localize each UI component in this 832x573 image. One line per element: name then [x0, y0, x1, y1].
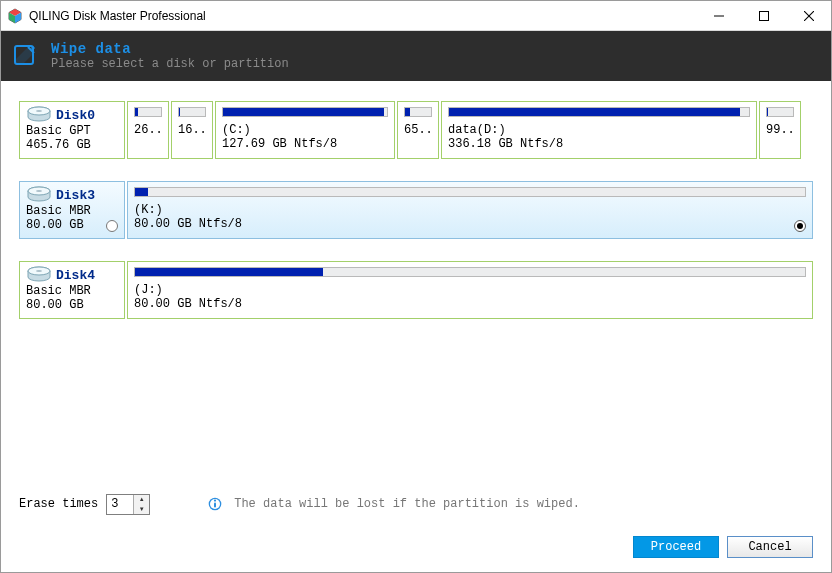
- disk-type: Basic MBR: [26, 284, 118, 298]
- disk-name: Disk0: [56, 108, 95, 123]
- partition-label: (C:): [222, 123, 388, 137]
- disk-block[interactable]: Disk4 Basic MBR 80.00 GB: [19, 261, 125, 319]
- partition-label: (J:): [134, 283, 806, 297]
- maximize-button[interactable]: [741, 1, 786, 31]
- partition-detail: 127.69 GB Ntfs/8: [222, 137, 388, 151]
- disk-row: Disk3 Basic MBR 80.00 GB (K:) 80.00 GB N…: [19, 181, 813, 239]
- svg-point-7: [36, 110, 42, 112]
- disk-block[interactable]: Disk0 Basic GPT 465.76 GB: [19, 101, 125, 159]
- disk-block[interactable]: Disk3 Basic MBR 80.00 GB: [19, 181, 125, 239]
- disk-size: 80.00 GB: [26, 298, 118, 312]
- erase-times-label: Erase times: [19, 497, 98, 511]
- app-window: QILING Disk Master Professional Wipe dat…: [0, 0, 832, 573]
- disk-type: Basic MBR: [26, 204, 118, 218]
- svg-rect-17: [214, 503, 216, 508]
- partition-block[interactable]: 99...: [759, 101, 801, 159]
- window-controls: [696, 1, 831, 31]
- partition-detail: 26...: [134, 123, 162, 137]
- partition-detail: 65...: [404, 123, 432, 137]
- partition-block[interactable]: (C:) 127.69 GB Ntfs/8: [215, 101, 395, 159]
- svg-point-10: [36, 190, 42, 192]
- cancel-button[interactable]: Cancel: [727, 536, 813, 558]
- erase-times-input[interactable]: [107, 495, 133, 514]
- disk-radio[interactable]: [106, 220, 118, 232]
- partition-detail: 336.18 GB Ntfs/8: [448, 137, 750, 151]
- usage-bar: [134, 267, 806, 277]
- partition-block[interactable]: data(D:) 336.18 GB Ntfs/8: [441, 101, 757, 159]
- page-title: Wipe data: [51, 41, 289, 57]
- erase-times-stepper[interactable]: ▲ ▼: [106, 494, 150, 515]
- page-header: Wipe data Please select a disk or partit…: [1, 31, 831, 81]
- usage-bar: [134, 187, 806, 197]
- svg-point-16: [214, 500, 216, 502]
- window-title: QILING Disk Master Professional: [29, 9, 206, 23]
- usage-bar: [178, 107, 206, 117]
- partition-detail: 99...: [766, 123, 794, 137]
- wipe-icon: [13, 44, 37, 68]
- disk-name: Disk4: [56, 268, 95, 283]
- partition-block[interactable]: (K:) 80.00 GB Ntfs/8: [127, 181, 813, 239]
- usage-bar: [448, 107, 750, 117]
- info-icon: [208, 497, 222, 511]
- proceed-button[interactable]: Proceed: [633, 536, 719, 558]
- partition-block[interactable]: (J:) 80.00 GB Ntfs/8: [127, 261, 813, 319]
- usage-bar: [404, 107, 432, 117]
- disk-row: Disk4 Basic MBR 80.00 GB (J:) 80.00 GB N…: [19, 261, 813, 319]
- partition-radio[interactable]: [794, 220, 806, 232]
- partition-detail: 80.00 GB Ntfs/8: [134, 297, 806, 311]
- partition-block[interactable]: 16...: [171, 101, 213, 159]
- usage-bar: [134, 107, 162, 117]
- partition-block[interactable]: 65...: [397, 101, 439, 159]
- usage-bar: [766, 107, 794, 117]
- footer: Erase times ▲ ▼ The data will be lost if…: [1, 488, 831, 572]
- svg-rect-1: [759, 11, 768, 20]
- partition-block[interactable]: 26...: [127, 101, 169, 159]
- app-logo-icon: [7, 8, 23, 24]
- disk-list: Disk0 Basic GPT 465.76 GB 26... 16... (C…: [1, 81, 831, 488]
- partition-label: data(D:): [448, 123, 750, 137]
- erase-times-down[interactable]: ▼: [134, 504, 149, 514]
- page-subtitle: Please select a disk or partition: [51, 57, 289, 71]
- erase-times-up[interactable]: ▲: [134, 495, 149, 505]
- disk-row: Disk0 Basic GPT 465.76 GB 26... 16... (C…: [19, 101, 813, 159]
- disk-size: 465.76 GB: [26, 138, 118, 152]
- title-bar: QILING Disk Master Professional: [1, 1, 831, 31]
- disk-type: Basic GPT: [26, 124, 118, 138]
- partition-detail: 80.00 GB Ntfs/8: [134, 217, 806, 231]
- disk-name: Disk3: [56, 188, 95, 203]
- close-button[interactable]: [786, 1, 831, 31]
- partition-detail: 16...: [178, 123, 206, 137]
- usage-bar: [222, 107, 388, 117]
- disk-size: 80.00 GB: [26, 218, 118, 232]
- minimize-button[interactable]: [696, 1, 741, 31]
- partition-label: (K:): [134, 203, 806, 217]
- wipe-warning-text: The data will be lost if the partition i…: [234, 497, 580, 511]
- svg-point-13: [36, 270, 42, 272]
